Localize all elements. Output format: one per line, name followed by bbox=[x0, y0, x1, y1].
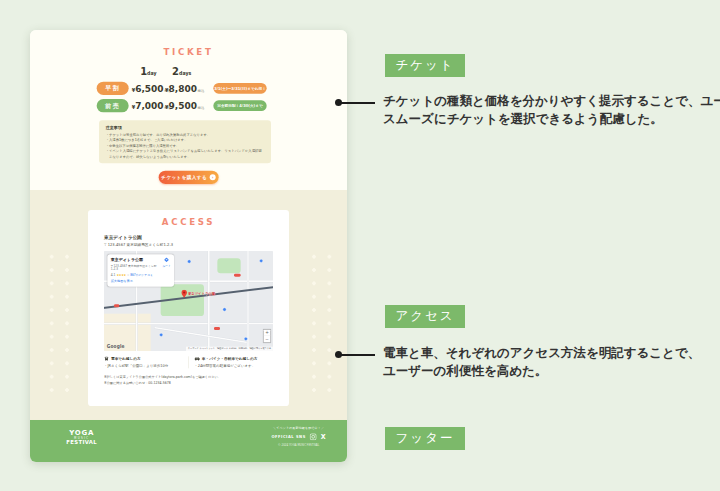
map-poi-marker bbox=[214, 327, 220, 330]
train-access-heading: 電車でお越しの方 bbox=[111, 356, 141, 361]
access-info-columns: 電車でお越しの方 ・JRさくら町駅「公園口」より徒歩10分 車・バイク・自転車で… bbox=[104, 356, 273, 368]
map-transit-icon bbox=[159, 333, 163, 337]
map-attribution: キーボード ショートカット 地図データ ©2024 利用規約 地図の誤りを報告す… bbox=[186, 347, 273, 351]
price-row-early: 早割 ¥6,500税込 ¥8,800税込 3/1(土)〜3/31(日)までお得！ bbox=[97, 82, 267, 95]
ticket-section: TICKET 1day 2days 早割 ¥6,500税込 ¥8,800税込 3… bbox=[30, 30, 347, 190]
map-road bbox=[154, 327, 246, 343]
price-early-2days: ¥8,800税込 bbox=[165, 83, 198, 93]
map-transit-icon bbox=[244, 337, 248, 341]
map-poi-marker bbox=[234, 274, 241, 277]
price-table-header: 1day 2days bbox=[97, 65, 267, 77]
dot-decoration-right bbox=[304, 250, 336, 397]
map-transit-icon bbox=[187, 260, 191, 264]
footer-logo: YOGA MUSIC FESTIVAL bbox=[63, 429, 100, 445]
train-access-column: 電車でお越しの方 ・JRさくら町駅「公園口」より徒歩10分 bbox=[104, 356, 188, 368]
site-footer: YOGA MUSIC FESTIVAL ＼イベントの最新情報を配信中！／ OFF… bbox=[30, 420, 347, 462]
car-access-column: 車・バイク・自転車でお越しの方 ・24時間営業の駐車場がございます。 bbox=[188, 356, 272, 368]
map-card-rating: 4.1 ★★★★★ 867件のクチコミ bbox=[111, 273, 171, 277]
arrow-right-icon: › bbox=[210, 174, 216, 180]
access-section: ACCESS 東京デイトラ公園 〒123-4567 東京都練馬区さくら町1-2-… bbox=[30, 190, 347, 420]
map-pin-label: 東京デイトラ公園 bbox=[188, 292, 215, 297]
map-card-place-name: 東京デイトラ公園 bbox=[111, 257, 158, 263]
map-card-address: 〒123-4567 東京都練馬区さくら町1-2-3 bbox=[111, 264, 158, 272]
official-sns-label: OFFICIAL SNS bbox=[271, 435, 305, 439]
price-advance-2days: ¥9,500税込 bbox=[165, 100, 198, 110]
advance-pill: 前売 bbox=[97, 99, 129, 112]
map-info-card: 東京デイトラ公園 ルート 〒123-4567 東京都練馬区さくら町1-2-3 4… bbox=[107, 254, 174, 286]
price-row-advance: 前売 ¥7,000税込 ¥9,500税込 完全前売制！4/30(火)まで bbox=[97, 99, 267, 112]
zoom-out-button[interactable]: − bbox=[264, 336, 271, 342]
directions-icon bbox=[164, 257, 169, 262]
map-park-area bbox=[217, 258, 240, 273]
annotation-badge-footer: フッター bbox=[385, 427, 465, 450]
design-annotation-page: TICKET 1day 2days 早割 ¥6,500税込 ¥8,800税込 3… bbox=[0, 0, 720, 491]
price-early-1day: ¥6,500税込 bbox=[132, 83, 165, 93]
footnote: ※公園に関するお問い合わせ：00-1234-5678 bbox=[104, 380, 273, 386]
map-transit-icon bbox=[223, 308, 227, 312]
ticket-title: TICKET bbox=[30, 47, 347, 57]
star-empty-icon: ★ bbox=[127, 274, 129, 277]
train-icon bbox=[104, 356, 109, 361]
annotation-text-ticket: チケットの種類と価格を分かりやすく提示することで、ユーザーが スムーズにチケット… bbox=[383, 92, 720, 128]
sns-callout: ＼イベントの最新情報を配信中！／ bbox=[271, 426, 325, 430]
early-bird-note-pill: 3/1(土)〜3/31(日)までお得！ bbox=[213, 83, 266, 94]
directions-button[interactable]: ルート bbox=[163, 257, 171, 267]
car-access-detail: ・24時間営業の駐車場がございます。 bbox=[194, 364, 270, 369]
star-rating-icons: ★★★★ bbox=[116, 274, 125, 277]
column-1day: 1day bbox=[132, 65, 165, 77]
price-table: 1day 2days 早割 ¥6,500税込 ¥8,800税込 3/1(土)〜3… bbox=[97, 65, 267, 112]
x-twitter-icon[interactable]: X bbox=[321, 434, 326, 440]
access-card: ACCESS 東京デイトラ公園 〒123-4567 東京都練馬区さくら町1-2-… bbox=[88, 210, 289, 406]
advance-note-pill: 完全前売制！4/30(火)まで bbox=[213, 100, 266, 111]
site-mockup: TICKET 1day 2days 早割 ¥6,500税込 ¥8,800税込 3… bbox=[30, 30, 347, 462]
connector-line-ticket bbox=[339, 102, 375, 104]
instagram-icon[interactable] bbox=[310, 433, 317, 440]
map-poi-marker bbox=[114, 304, 119, 307]
map-road bbox=[247, 251, 248, 351]
google-logo[interactable]: Google bbox=[107, 344, 125, 349]
map-transit-icon bbox=[259, 259, 263, 263]
car-access-heading: 車・バイク・自転車でお越しの方 bbox=[202, 356, 258, 361]
notice-title: 注意事項 bbox=[106, 125, 265, 131]
access-footnotes: ※詳しくは東京デイトラ公園公式サイト(daytora-park.com)をご確認… bbox=[104, 374, 273, 385]
notice-list: ・チケットは完全前売り制です。売り切れ次第販売終了となります。 ・入場券1枚につ… bbox=[106, 132, 265, 159]
site-content: TICKET 1day 2days 早割 ¥6,500税込 ¥8,800税込 3… bbox=[30, 30, 347, 462]
reviews-link[interactable]: 867件のクチコミ bbox=[130, 273, 153, 277]
map-zoom-control: + − bbox=[264, 330, 271, 343]
place-name: 東京デイトラ公園 bbox=[104, 234, 273, 240]
place-address: 〒123-4567 東京都練馬区さくら町1-2-3 bbox=[104, 242, 273, 247]
connector-line-access bbox=[339, 354, 375, 356]
access-title: ACCESS bbox=[104, 217, 273, 227]
expand-map-link[interactable]: 拡大地図を表示 bbox=[111, 279, 133, 283]
annotation-text-access: 電車と車、それぞれのアクセス方法を明記することで、 ユーザーの利便性を高めた。 bbox=[383, 344, 700, 380]
car-icon bbox=[194, 356, 200, 361]
notice-box: 注意事項 ・チケットは完全前売り制です。売り切れ次第販売終了となります。 ・入場… bbox=[99, 120, 271, 163]
dot-decoration-left bbox=[41, 250, 73, 397]
price-advance-1day: ¥7,000税込 bbox=[132, 100, 165, 110]
column-2days: 2days bbox=[165, 65, 198, 77]
sns-block: ＼イベントの最新情報を配信中！／ OFFICIAL SNS X © 2024 Y… bbox=[271, 426, 325, 447]
early-bird-pill: 早割 bbox=[97, 82, 129, 95]
google-map-embed[interactable]: 東京デイトラ公園 東京デイトラ公園 ルート 〒123-4567 東京都練馬区さく… bbox=[104, 251, 273, 351]
map-pin-icon[interactable] bbox=[181, 290, 187, 299]
buy-ticket-button[interactable]: チケットを購入する › bbox=[158, 171, 218, 184]
train-access-detail: ・JRさくら町駅「公園口」より徒歩10分 bbox=[104, 364, 186, 369]
annotation-badge-access: アクセス bbox=[385, 305, 465, 328]
annotation-badge-ticket: チケット bbox=[385, 54, 465, 77]
copyright: © 2024 YOGA MUSIC FESTIVAL bbox=[271, 444, 325, 447]
notice-item: ・イベント入場時にチケットと引き換えにリストバンドをお渡しいたします。リストバン… bbox=[106, 149, 265, 160]
